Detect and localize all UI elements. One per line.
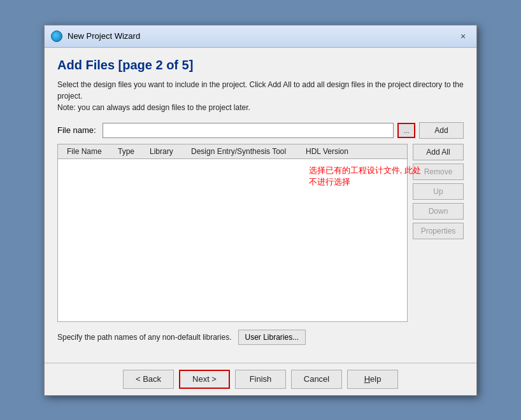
help-underline: H [364,374,370,384]
table-header: File Name Type Library Design Entry/Synt… [58,144,407,159]
next-button[interactable]: Next > [179,370,230,389]
main-area: File Name Type Library Design Entry/Synt… [57,144,464,322]
title-bar: New Project Wizard × [45,25,476,48]
properties-button[interactable]: Properties [413,223,464,239]
file-table: File Name Type Library Design Entry/Synt… [57,144,408,322]
user-libraries-row: Specify the path names of any non-defaul… [57,330,464,345]
footer: < Back Next > Finish Cancel Help [45,363,476,395]
help-button[interactable]: Help [347,370,398,389]
user-libraries-description: Specify the path names of any non-defaul… [57,333,232,342]
col-design: Design Entry/Synthesis Tool [186,146,301,157]
remove-button[interactable]: Remove [413,164,464,180]
file-name-input[interactable] [103,123,394,138]
dialog-content: Add Files [page 2 of 5] Select the desig… [45,48,476,363]
dialog-title: New Project Wizard [68,31,456,41]
page-title: Add Files [page 2 of 5] [57,58,464,73]
add-button[interactable]: Add [419,122,464,139]
down-button[interactable]: Down [413,203,464,220]
description-line2: Note: you can always add design files to… [57,103,250,112]
table-body[interactable] [58,159,407,321]
col-filename: File Name [62,146,113,157]
page-description: Select the design files you want to incl… [57,79,464,113]
description-line1: Select the design files you want to incl… [57,80,464,101]
finish-button[interactable]: Finish [235,370,286,389]
close-button[interactable]: × [456,29,470,43]
browse-button[interactable]: ... [397,123,415,138]
new-project-wizard-dialog: New Project Wizard × Add Files [page 2 o… [44,25,477,396]
file-name-row: File name: ... Add [57,122,464,139]
cancel-button[interactable]: Cancel [291,370,342,389]
back-button[interactable]: < Back [123,370,174,389]
help-label-rest: elp [370,374,381,384]
col-library: Library [145,146,186,157]
side-buttons-panel: Add All Remove Up Down Properties [413,144,464,322]
col-type: Type [113,146,145,157]
col-hdl: HDL Version [301,146,353,157]
up-button[interactable]: Up [413,183,464,200]
user-libraries-button[interactable]: User Libraries... [238,330,306,345]
file-name-label: File name: [57,125,99,135]
add-all-button[interactable]: Add All [413,144,464,160]
wizard-icon [51,31,62,42]
